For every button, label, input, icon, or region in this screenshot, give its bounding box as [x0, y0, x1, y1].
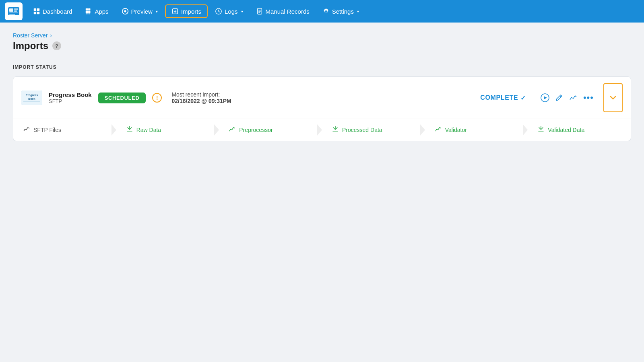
svg-rect-12	[86, 11, 88, 13]
trend-chart-icon[interactable]	[569, 93, 578, 102]
play-icon[interactable]	[541, 93, 549, 102]
pipeline-step-processed-data[interactable]: Processed Data	[322, 119, 425, 141]
preprocessor-label: Preprocessor	[239, 127, 272, 133]
nav-logs-label: Logs	[225, 8, 238, 15]
raw-data-label: Raw Data	[136, 127, 161, 133]
nav-imports-label: Imports	[181, 8, 201, 15]
svg-rect-13	[88, 11, 90, 13]
svg-rect-15	[88, 13, 90, 14]
validated-data-icon	[537, 125, 545, 134]
import-card-header: Progress Book Progress Book SFTP SCHEDUL…	[13, 77, 631, 119]
app-name: Progress Book	[49, 91, 92, 98]
svg-rect-3	[14, 10, 17, 12]
svg-rect-9	[37, 12, 39, 14]
sftp-files-label: SFTP Files	[33, 127, 61, 133]
nav-imports[interactable]: Imports	[165, 4, 208, 18]
breadcrumb-parent[interactable]: Roster Server	[13, 32, 47, 39]
nav-preview[interactable]: Preview ▾	[116, 5, 163, 17]
app-name-block: Progress Book SFTP	[49, 91, 92, 104]
svg-rect-2	[14, 8, 18, 10]
app-type: SFTP	[49, 98, 92, 104]
logs-caret: ▾	[241, 9, 243, 14]
nav-settings-label: Settings	[332, 8, 354, 15]
breadcrumb: Roster Server ›	[13, 32, 631, 39]
page-title: Imports	[13, 40, 48, 51]
svg-point-17	[124, 10, 126, 12]
svg-rect-7	[37, 8, 39, 11]
nav-apps[interactable]: Apps	[79, 5, 114, 17]
navbar: Dashboard Apps Preview ▾ Imports Logs ▾ …	[0, 0, 644, 23]
svg-rect-6	[34, 8, 36, 11]
page-title-row: Imports ?	[13, 40, 631, 51]
validated-data-label: Validated Data	[548, 127, 584, 133]
app-logo-pb: Progress Book	[21, 90, 42, 105]
more-options-icon[interactable]: •••	[583, 93, 594, 103]
preprocessor-icon	[229, 125, 236, 134]
help-icon[interactable]: ?	[52, 41, 61, 50]
processed-data-label: Processed Data	[342, 127, 382, 133]
pipeline-step-validator[interactable]: Validator	[425, 119, 528, 141]
most-recent-label: Most recent import:	[171, 91, 474, 98]
raw-data-icon	[126, 125, 133, 134]
nav-settings[interactable]: Settings ▾	[317, 5, 365, 17]
scheduled-badge[interactable]: SCHEDULED	[98, 93, 146, 103]
nav-apps-label: Apps	[95, 8, 108, 15]
complete-check: ✓	[520, 94, 526, 102]
svg-rect-5	[9, 14, 15, 15]
pipeline-step-validated-data[interactable]: Validated Data	[528, 119, 631, 141]
nav-dashboard[interactable]: Dashboard	[27, 5, 78, 17]
warning-icon: !	[152, 93, 162, 103]
settings-caret: ▾	[357, 9, 359, 14]
nav-dashboard-label: Dashboard	[43, 8, 72, 15]
pipeline-step-preprocessor[interactable]: Preprocessor	[219, 119, 322, 141]
pipeline-row: SFTP Files Raw Data P	[13, 119, 631, 141]
edit-icon[interactable]	[555, 94, 563, 102]
preview-caret: ▾	[156, 9, 158, 14]
svg-rect-4	[9, 12, 18, 13]
complete-label: COMPLETE	[480, 94, 518, 101]
svg-rect-14	[86, 13, 88, 14]
svg-rect-11	[88, 8, 90, 10]
app-logo[interactable]	[5, 2, 23, 20]
processed-data-icon	[332, 125, 339, 134]
nav-manual-records-label: Manual Records	[266, 8, 310, 15]
svg-rect-8	[34, 12, 36, 14]
svg-rect-10	[86, 8, 88, 10]
pipeline-step-sftp-files[interactable]: SFTP Files	[13, 119, 116, 141]
svg-text:Book: Book	[28, 97, 35, 100]
nav-preview-label: Preview	[131, 8, 153, 15]
import-card: Progress Book Progress Book SFTP SCHEDUL…	[13, 76, 631, 141]
most-recent-date: 02/16/2022 @ 09:31PM	[171, 98, 231, 104]
sftp-files-icon	[23, 125, 30, 134]
action-icons: •••	[541, 93, 594, 103]
pipeline-step-raw-data[interactable]: Raw Data	[116, 119, 219, 141]
validator-label: Validator	[445, 127, 467, 133]
svg-rect-1	[9, 8, 13, 12]
most-recent-import: Most recent import: 02/16/2022 @ 09:31PM	[171, 91, 474, 104]
validator-icon	[435, 125, 442, 134]
breadcrumb-separator: ›	[50, 32, 52, 39]
nav-logs[interactable]: Logs ▾	[209, 5, 249, 17]
nav-manual-records[interactable]: Manual Records	[250, 5, 315, 17]
expand-button[interactable]	[603, 83, 623, 112]
svg-text:Progress: Progress	[26, 94, 38, 97]
complete-status: COMPLETE ✓	[480, 94, 526, 102]
section-label: IMPORT STATUS	[13, 64, 631, 70]
page-content: Roster Server › Imports ? IMPORT STATUS …	[0, 23, 644, 151]
